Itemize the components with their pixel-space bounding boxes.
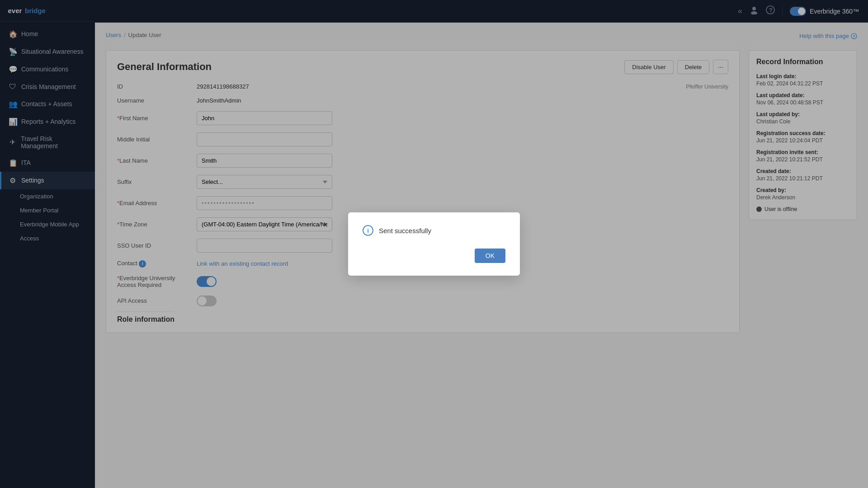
modal-ok-button[interactable]: OK	[475, 249, 505, 263]
success-modal: i Sent successfully OK	[348, 212, 520, 276]
modal-message-text: Sent successfully	[379, 227, 431, 235]
modal-overlay: i Sent successfully OK	[0, 0, 868, 488]
modal-message: i Sent successfully	[363, 225, 505, 236]
modal-info-icon: i	[363, 225, 373, 236]
modal-actions: OK	[363, 249, 505, 263]
